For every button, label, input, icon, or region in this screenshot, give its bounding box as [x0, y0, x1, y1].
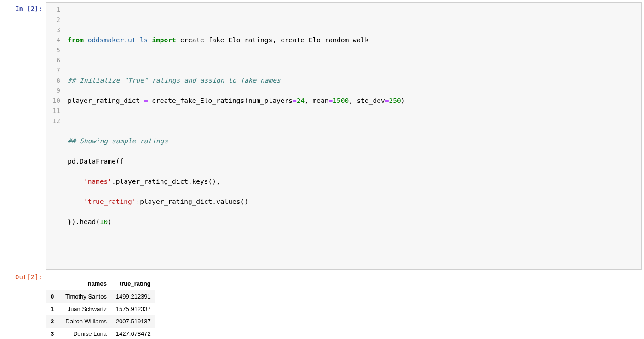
- cell-names: Dalton Williams: [58, 315, 111, 328]
- input-prompt: In [2]:: [2, 2, 46, 270]
- line-number: 1: [46, 5, 60, 15]
- line-number: 9: [46, 85, 60, 96]
- line-number: 5: [46, 45, 60, 55]
- line-number-gutter: 1 2 3 4 5 6 7 8 9 10 11 12: [46, 5, 65, 267]
- cell-true-rating: 2007.519137: [111, 315, 155, 328]
- output-prompt: Out[2]:: [2, 271, 46, 339]
- table-body: 0Timothy Santos1499.2123911Juan Schwartz…: [46, 290, 155, 339]
- line-number: 3: [46, 25, 60, 35]
- input-cell: In [2]: 1 2 3 4 5 6 7 8 9 10 11 12 from …: [2, 2, 642, 270]
- line-number: 2: [46, 15, 60, 25]
- row-index: 1: [46, 303, 58, 315]
- code-input-area[interactable]: 1 2 3 4 5 6 7 8 9 10 11 12 from oddsmake…: [46, 2, 642, 270]
- line-number: 11: [46, 106, 60, 116]
- output-cell: Out[2]: names true_rating 0Timothy Santo…: [2, 271, 642, 339]
- cell-true-rating: 1499.212391: [111, 290, 155, 303]
- dataframe-table: names true_rating 0Timothy Santos1499.21…: [46, 277, 155, 339]
- output-area: names true_rating 0Timothy Santos1499.21…: [46, 271, 642, 339]
- row-index: 0: [46, 290, 58, 303]
- line-number: 12: [46, 116, 60, 126]
- cell-names: Timothy Santos: [58, 290, 111, 303]
- column-header-names: names: [58, 277, 111, 290]
- line-number: 4: [46, 35, 60, 45]
- table-row: 3Denise Luna1427.678472: [46, 328, 155, 339]
- line-number: 7: [46, 65, 60, 75]
- cell-names: Denise Luna: [58, 328, 111, 339]
- table-row: 1Juan Schwartz1575.912337: [46, 303, 155, 315]
- table-row: 0Timothy Santos1499.212391: [46, 290, 155, 303]
- cell-true-rating: 1575.912337: [111, 303, 155, 315]
- cell-names: Juan Schwartz: [58, 303, 111, 315]
- line-number: 10: [46, 96, 60, 106]
- line-number: 6: [46, 55, 60, 65]
- row-index: 3: [46, 328, 58, 339]
- code-content[interactable]: from oddsmaker.utils import create_fake_…: [65, 5, 641, 267]
- column-header-true-rating: true_rating: [111, 277, 155, 290]
- cell-true-rating: 1427.678472: [111, 328, 155, 339]
- index-header: [46, 277, 58, 290]
- table-header: names true_rating: [46, 277, 155, 290]
- row-index: 2: [46, 315, 58, 328]
- line-number: 8: [46, 75, 60, 85]
- table-row: 2Dalton Williams2007.519137: [46, 315, 155, 328]
